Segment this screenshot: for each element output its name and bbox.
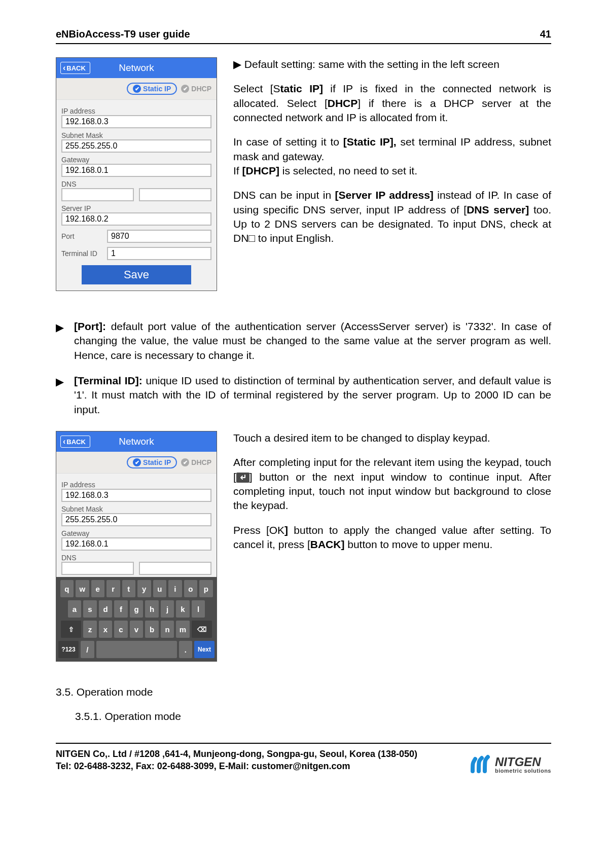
port-input[interactable]: 9870	[107, 230, 211, 243]
key-shift[interactable]: ⇧	[61, 621, 81, 638]
chevron-left-icon: ‹	[63, 64, 65, 72]
section-3-5-1: 3.5.1. Operation mode	[75, 710, 551, 722]
key-i[interactable]: i	[168, 580, 182, 597]
logo-mark-icon	[470, 754, 491, 775]
back-button[interactable]: ‹ BACK	[60, 436, 90, 448]
footer-line-2: Tel: 02-6488-3232, Fax: 02-6488-3099, E-…	[56, 760, 417, 772]
dns1-input[interactable]	[61, 562, 134, 575]
check-icon: ✔	[181, 85, 189, 93]
key-w[interactable]: w	[76, 580, 89, 597]
save-button[interactable]: Save	[82, 265, 191, 284]
key-t[interactable]: t	[122, 580, 136, 597]
port-text: default port value of the authentication…	[74, 320, 551, 361]
terminal-id-input[interactable]: 1	[107, 247, 211, 260]
key-slash[interactable]: /	[81, 641, 94, 658]
gateway-label: Gateway	[61, 156, 211, 164]
dns2-input[interactable]	[139, 188, 211, 201]
dns1-input[interactable]	[61, 188, 134, 201]
key-c[interactable]: c	[114, 621, 128, 638]
para-ok-back: Press [OK] button to apply the changed v…	[233, 523, 551, 552]
port-label: Port	[61, 232, 107, 240]
key-s[interactable]: s	[83, 600, 97, 618]
tid-title: [Terminal ID]:	[74, 375, 142, 386]
key-m[interactable]: m	[176, 621, 190, 638]
server-ip-label: Server IP	[61, 204, 211, 212]
key-dot[interactable]: .	[179, 641, 193, 658]
bottom-content-row: ‹ BACK Network ✔ Static IP ✔ DHCP	[56, 431, 551, 667]
dns2-input[interactable]	[139, 562, 211, 575]
key-p[interactable]: p	[199, 580, 213, 597]
key-backspace[interactable]: ⌫	[192, 621, 212, 638]
key-space[interactable]	[96, 641, 177, 658]
port-row: Port 9870	[61, 230, 211, 243]
footer-line-1: NITGEN Co,. Ltd / #1208 ,641-4, Munjeong…	[56, 748, 417, 760]
dns-label: DNS	[61, 180, 211, 188]
key-l[interactable]: l	[192, 600, 205, 618]
kb-row-4: ?123 / . Next	[58, 641, 215, 658]
key-k[interactable]: k	[176, 600, 190, 618]
triangle-bullet-icon: ▶	[56, 320, 64, 335]
dhcp-chip[interactable]: ✔ DHCP	[181, 458, 211, 466]
static-ip-chip[interactable]: ✔ Static IP	[127, 83, 177, 95]
key-g[interactable]: g	[130, 600, 144, 618]
enter-icon	[236, 473, 249, 483]
key-r[interactable]: r	[106, 580, 120, 597]
key-b[interactable]: b	[145, 621, 159, 638]
back-button[interactable]: ‹ BACK	[60, 62, 90, 74]
dhcp-chip[interactable]: ✔ DHCP	[181, 85, 211, 93]
device-header: ‹ BACK Network	[56, 431, 217, 452]
gateway-input[interactable]: 192.168.0.1	[61, 164, 211, 177]
subnet-mask-input[interactable]: 255.255.255.0	[61, 513, 211, 526]
key-z[interactable]: z	[83, 621, 97, 638]
para-default-setting: ▶ Default setting: same with the setting…	[233, 57, 551, 71]
subnet-mask-input[interactable]: 255.255.255.0	[61, 139, 211, 153]
key-h[interactable]: h	[145, 600, 159, 618]
ip-address-input[interactable]: 192.168.0.3	[61, 489, 211, 502]
ip-address-input[interactable]: 192.168.0.3	[61, 115, 211, 128]
subnet-mask-label: Subnet Mask	[61, 505, 211, 513]
key-u[interactable]: u	[153, 580, 167, 597]
key-d[interactable]: d	[99, 600, 113, 618]
check-icon: ✔	[133, 458, 141, 466]
key-v[interactable]: v	[130, 621, 144, 638]
form-area: IP address 192.168.0.3 Subnet Mask 255.2…	[56, 474, 217, 577]
page: eNBioAccess-T9 user guide 41 ‹ BACK Netw…	[0, 0, 607, 868]
key-o[interactable]: o	[184, 580, 198, 597]
text: Default setting: same with the setting i…	[244, 58, 499, 70]
dns-row	[61, 188, 211, 201]
gateway-input[interactable]: 192.168.0.1	[61, 537, 211, 551]
device-screenshot-1: ‹ BACK Network ✔ Static IP ✔ DHCP	[56, 57, 217, 291]
dhcp-label: DHCP	[191, 458, 211, 466]
key-e[interactable]: e	[91, 580, 105, 597]
server-ip-input[interactable]: 192.168.0.2	[61, 212, 211, 226]
key-y[interactable]: y	[137, 580, 151, 597]
bullet-terminal-id: ▶ [Terminal ID]: unique ID used to disti…	[56, 374, 551, 417]
static-ip-chip[interactable]: ✔ Static IP	[127, 456, 177, 468]
subnet-mask-label: Subnet Mask	[61, 131, 211, 139]
para-touch-item: Touch a desired item to be changed to di…	[233, 431, 551, 445]
key-j[interactable]: j	[161, 600, 174, 618]
dns-row	[61, 562, 211, 575]
device-1-col: ‹ BACK Network ✔ Static IP ✔ DHCP	[56, 57, 218, 296]
key-n[interactable]: n	[161, 621, 174, 638]
para-keypad: After completing input for the relevant …	[233, 455, 551, 513]
para-static-ip: In case of setting it to [Static IP], se…	[233, 135, 551, 164]
para-dns: DNS can be input in [Server IP address] …	[233, 188, 551, 245]
chevron-left-icon: ‹	[63, 438, 65, 446]
back-label: BACK	[66, 64, 86, 72]
key-x[interactable]: x	[99, 621, 113, 638]
section-3-5: 3.5. Operation mode	[56, 686, 551, 698]
kb-row-2: a s d f g h j k l	[58, 600, 215, 618]
page-footer: NITGEN Co,. Ltd / #1208 ,641-4, Munjeong…	[56, 743, 551, 775]
backspace-icon: ⌫	[197, 626, 206, 633]
kb-row-3: ⇧ z x c v b n m ⌫	[58, 621, 215, 638]
bullet-port: ▶ [Port]: default port value of the auth…	[56, 319, 551, 363]
key-f[interactable]: f	[114, 600, 128, 618]
key-next[interactable]: Next	[194, 641, 215, 658]
key-q[interactable]: q	[60, 580, 74, 597]
right-text-2: Touch a desired item to be changed to di…	[233, 431, 551, 667]
key-a[interactable]: a	[68, 600, 82, 618]
device-header: ‹ BACK Network	[56, 58, 217, 78]
dns-label: DNS	[61, 554, 211, 562]
key-symbols[interactable]: ?123	[58, 641, 79, 658]
